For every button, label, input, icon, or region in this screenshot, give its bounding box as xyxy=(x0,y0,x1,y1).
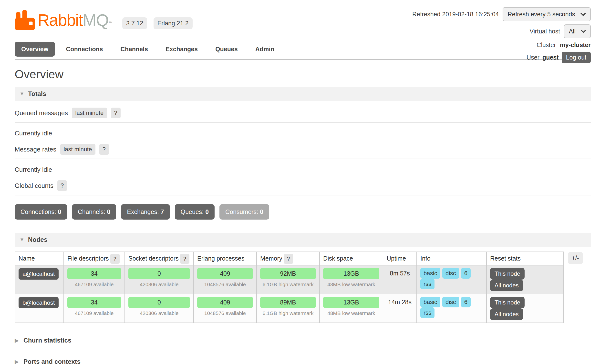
rabbitmq-version-badge: 3.7.12 xyxy=(122,17,147,29)
virtual-host-label: Virtual host xyxy=(530,28,560,35)
channels-count-button[interactable]: Channels: 0 xyxy=(72,204,116,220)
user-label: User xyxy=(527,54,539,61)
header-right: Refreshed 2019-02-18 16:25:04 Refresh ev… xyxy=(412,7,591,63)
help-badge[interactable]: ? xyxy=(284,254,293,264)
churn-statistics-section[interactable]: ▶ Churn statistics xyxy=(15,337,585,344)
collapse-triangle-icon: ▼ xyxy=(20,237,24,243)
meter-sub-label: 6.1GB high watermark xyxy=(260,279,316,288)
col-memory: Memory xyxy=(260,255,282,262)
last-minute-badge: last minute xyxy=(72,108,107,118)
meter-sub-label: 467109 available xyxy=(67,279,121,288)
meter-sub-label: 6.1GB high watermark xyxy=(260,308,316,317)
meter-sub-label: 420306 available xyxy=(128,279,190,288)
file-descriptors-meter: 34 xyxy=(67,297,121,308)
connections-count-button[interactable]: Connections: 0 xyxy=(15,204,67,220)
chevron-down-icon xyxy=(580,13,586,16)
queued-messages-label: Queued messages xyxy=(15,109,68,117)
col-erlang-processes: Erlang processes xyxy=(197,255,244,262)
nodes-table-header-row: Name File descriptors? Socket descriptor… xyxy=(15,252,564,265)
info-tag-cores: 6 xyxy=(461,297,471,307)
col-info: Info xyxy=(420,255,431,262)
socket-descriptors-meter: 0 xyxy=(128,297,190,308)
refresh-interval-value: Refresh every 5 seconds xyxy=(507,11,575,18)
disk-space-meter: 13GB xyxy=(323,268,379,279)
global-counts-buttons: Connections: 0 Channels: 0 Exchanges: 7 … xyxy=(15,204,585,220)
col-file-descriptors: File descriptors xyxy=(67,255,109,262)
consumers-count-button: Consumers: 0 xyxy=(219,204,269,220)
user-name: guest xyxy=(542,54,559,61)
cluster-info: Cluster my-cluster xyxy=(537,41,591,49)
uptime-value: 8m 57s xyxy=(383,265,417,294)
message-rates-label: Message rates xyxy=(15,146,56,153)
expand-triangle-icon: ▶ xyxy=(15,337,19,344)
section-title: Ports and contexts xyxy=(23,358,81,364)
tab-admin[interactable]: Admin xyxy=(249,42,281,57)
tab-connections[interactable]: Connections xyxy=(59,42,109,57)
help-badge[interactable]: ? xyxy=(111,108,120,118)
help-badge[interactable]: ? xyxy=(57,180,67,191)
help-badge[interactable]: ? xyxy=(180,254,189,264)
erlang-processes-meter: 409 xyxy=(197,297,253,308)
version-badges: 3.7.12 Erlang 21.2 xyxy=(122,17,192,29)
node-name-badge: a@localhost xyxy=(19,268,59,280)
reset-this-node-button[interactable]: This node xyxy=(490,268,525,280)
meter-sub-label: 48MB low watermark xyxy=(323,279,379,288)
meter-sub-label: 1048576 available xyxy=(197,308,253,317)
refreshed-timestamp: Refreshed 2019-02-18 16:25:04 xyxy=(412,11,499,18)
virtual-host-value: All xyxy=(569,28,576,35)
col-uptime: Uptime xyxy=(387,255,406,262)
message-rates-line: Message rates last minute ? xyxy=(15,144,591,159)
col-name: Name xyxy=(19,255,35,262)
cluster-label: Cluster xyxy=(537,41,556,49)
meter-sub-label: 48MB low watermark xyxy=(323,308,379,317)
section-title: Churn statistics xyxy=(23,337,72,344)
reset-all-nodes-button[interactable]: All nodes xyxy=(490,280,523,291)
info-tag-basic: basic xyxy=(420,297,440,307)
reset-all-nodes-button[interactable]: All nodes xyxy=(490,308,523,320)
global-counts-label: Global counts xyxy=(15,182,53,190)
tab-overview[interactable]: Overview xyxy=(15,42,55,57)
queues-count-button[interactable]: Queues: 0 xyxy=(175,204,215,220)
column-toggle-button[interactable]: +/- xyxy=(568,252,583,264)
info-tag-basic: basic xyxy=(420,268,440,279)
meter-sub-label: 420306 available xyxy=(128,308,190,317)
queued-messages-line: Queued messages last minute ? xyxy=(15,108,591,123)
virtual-host-select[interactable]: All xyxy=(564,24,591,38)
expand-triangle-icon: ▶ xyxy=(15,359,19,364)
meter-sub-label: 467109 available xyxy=(67,308,121,317)
memory-meter: 89MB xyxy=(260,297,316,308)
file-descriptors-meter: 34 xyxy=(67,268,121,279)
socket-descriptors-meter: 0 xyxy=(128,268,190,279)
nodes-section-header[interactable]: ▼ Nodes xyxy=(15,233,591,247)
page-title: Overview xyxy=(15,68,585,81)
logout-button[interactable]: Log out xyxy=(562,52,591,63)
exchanges-count-button[interactable]: Exchanges: 7 xyxy=(121,204,170,220)
refresh-interval-select[interactable]: Refresh every 5 seconds xyxy=(503,7,591,21)
message-rates-idle: Currently idle xyxy=(15,166,585,173)
node-name-badge: b@localhost xyxy=(19,297,59,308)
logo-group: RabbitMQ™ 3.7.12 Erlang 21.2 xyxy=(15,7,193,30)
tab-channels[interactable]: Channels xyxy=(114,42,155,57)
erlang-processes-meter: 409 xyxy=(197,268,253,279)
refresh-row: Refreshed 2019-02-18 16:25:04 Refresh ev… xyxy=(412,7,591,21)
last-minute-badge: last minute xyxy=(60,144,95,155)
chevron-down-icon xyxy=(581,30,586,33)
user-info: User guest Log out xyxy=(527,52,591,63)
reset-this-node-button[interactable]: This node xyxy=(490,297,525,308)
nodes-table: Name File descriptors? Socket descriptor… xyxy=(15,252,564,323)
totals-section-title: Totals xyxy=(28,90,46,98)
nodes-section-title: Nodes xyxy=(28,236,47,243)
totals-section-header[interactable]: ▼ Totals xyxy=(15,87,591,101)
help-badge[interactable]: ? xyxy=(99,144,109,155)
col-disk-space: Disk space xyxy=(323,255,353,262)
info-tag-rss: rss xyxy=(420,307,434,318)
erlang-version-badge: Erlang 21.2 xyxy=(154,17,193,29)
tab-queues[interactable]: Queues xyxy=(209,42,244,57)
virtual-host-row: Virtual host All xyxy=(530,24,591,38)
tab-exchanges[interactable]: Exchanges xyxy=(159,42,204,57)
ports-and-contexts-section[interactable]: ▶ Ports and contexts xyxy=(15,358,585,364)
help-badge[interactable]: ? xyxy=(110,254,120,264)
nodes-table-wrap: Name File descriptors? Socket descriptor… xyxy=(15,252,591,323)
disk-space-meter: 13GB xyxy=(323,297,379,308)
rabbitmq-logo-icon xyxy=(15,10,35,30)
